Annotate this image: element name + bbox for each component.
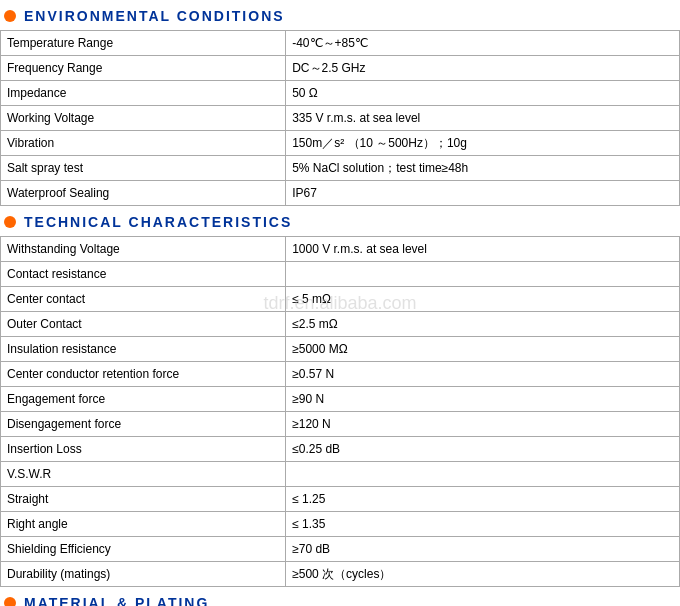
table-cell-label: Durability (matings) [1,562,286,587]
table-row: Contact resistance [1,262,680,287]
table-row: Temperature Range-40℃～+85℃ [1,31,680,56]
table-cell-value: ≥120 N [286,412,680,437]
table-cell-label: Shielding Efficiency [1,537,286,562]
table-row: Waterproof SealingIP67 [1,181,680,206]
table-row: Outer Contact≤2.5 mΩ [1,312,680,337]
table-cell-label: Working Voltage [1,106,286,131]
table-row: Straight≤ 1.25 [1,487,680,512]
table-cell-label: Center contact [1,287,286,312]
table-row: Right angle≤ 1.35 [1,512,680,537]
table-cell-value: IP67 [286,181,680,206]
section-title-material: MATERIAL & PLATING [24,595,209,606]
table-cell-value: -40℃～+85℃ [286,31,680,56]
table-cell-label: Waterproof Sealing [1,181,286,206]
table-cell-value: 150m／s² （10 ～500Hz）；10g [286,131,680,156]
table-row: Vibration150m／s² （10 ～500Hz）；10g [1,131,680,156]
table-row: Shielding Efficiency≥70 dB [1,537,680,562]
table-technical: Withstanding Voltage1000 V r.m.s. at sea… [0,236,680,587]
table-cell-value: 335 V r.m.s. at sea level [286,106,680,131]
table-row: Working Voltage335 V r.m.s. at sea level [1,106,680,131]
table-cell-value: ≤ 5 mΩ [286,287,680,312]
table-cell-value: 5% NaCl solution；test time≥48h [286,156,680,181]
table-row: Durability (matings)≥500 次（cycles） [1,562,680,587]
table-cell-value: DC～2.5 GHz [286,56,680,81]
table-cell-label: Withstanding Voltage [1,237,286,262]
table-row: Center conductor retention force≥0.57 N [1,362,680,387]
table-row: Center contact≤ 5 mΩ [1,287,680,312]
table-row: Frequency RangeDC～2.5 GHz [1,56,680,81]
table-cell-label: Frequency Range [1,56,286,81]
table-cell-label: Right angle [1,512,286,537]
table-cell-label: Contact resistance [1,262,286,287]
table-cell-label: Salt spray test [1,156,286,181]
table-cell-value: ≤ 1.35 [286,512,680,537]
bullet-material [4,597,16,606]
table-row: V.S.W.R [1,462,680,487]
table-row: Salt spray test5% NaCl solution；test tim… [1,156,680,181]
table-cell-label: Disengagement force [1,412,286,437]
table-cell-value: ≥5000 MΩ [286,337,680,362]
table-cell-label: Temperature Range [1,31,286,56]
table-cell-label: Insertion Loss [1,437,286,462]
table-row: Withstanding Voltage1000 V r.m.s. at sea… [1,237,680,262]
section-title-environmental: ENVIRONMENTAL CONDITIONS [24,8,285,24]
table-row: Impedance50 Ω [1,81,680,106]
table-cell-value: 50 Ω [286,81,680,106]
section-header-technical: TECHNICAL CHARACTERISTICS [0,208,680,236]
table-cell-value: ≥90 N [286,387,680,412]
main-content: ENVIRONMENTAL CONDITIONSTemperature Rang… [0,2,680,606]
section-title-technical: TECHNICAL CHARACTERISTICS [24,214,292,230]
table-row: Insulation resistance≥5000 MΩ [1,337,680,362]
section-header-environmental: ENVIRONMENTAL CONDITIONS [0,2,680,30]
table-environmental: Temperature Range-40℃～+85℃Frequency Rang… [0,30,680,206]
bullet-technical [4,216,16,228]
table-cell-label: V.S.W.R [1,462,286,487]
table-cell-value: ≤ 1.25 [286,487,680,512]
table-cell-label: Center conductor retention force [1,362,286,387]
table-cell-value: ≥70 dB [286,537,680,562]
table-cell-value: ≤0.25 dB [286,437,680,462]
table-row: Engagement force≥90 N [1,387,680,412]
table-cell-value [286,462,680,487]
table-row: Insertion Loss≤0.25 dB [1,437,680,462]
table-cell-value: ≥500 次（cycles） [286,562,680,587]
table-cell-label: Vibration [1,131,286,156]
table-cell-label: Straight [1,487,286,512]
table-cell-label: Impedance [1,81,286,106]
table-cell-label: Outer Contact [1,312,286,337]
table-cell-value: 1000 V r.m.s. at sea level [286,237,680,262]
table-cell-label: Engagement force [1,387,286,412]
table-cell-value: ≤2.5 mΩ [286,312,680,337]
table-cell-value [286,262,680,287]
section-header-material: MATERIAL & PLATING [0,589,680,606]
table-cell-label: Insulation resistance [1,337,286,362]
table-cell-value: ≥0.57 N [286,362,680,387]
table-row: Disengagement force≥120 N [1,412,680,437]
bullet-environmental [4,10,16,22]
